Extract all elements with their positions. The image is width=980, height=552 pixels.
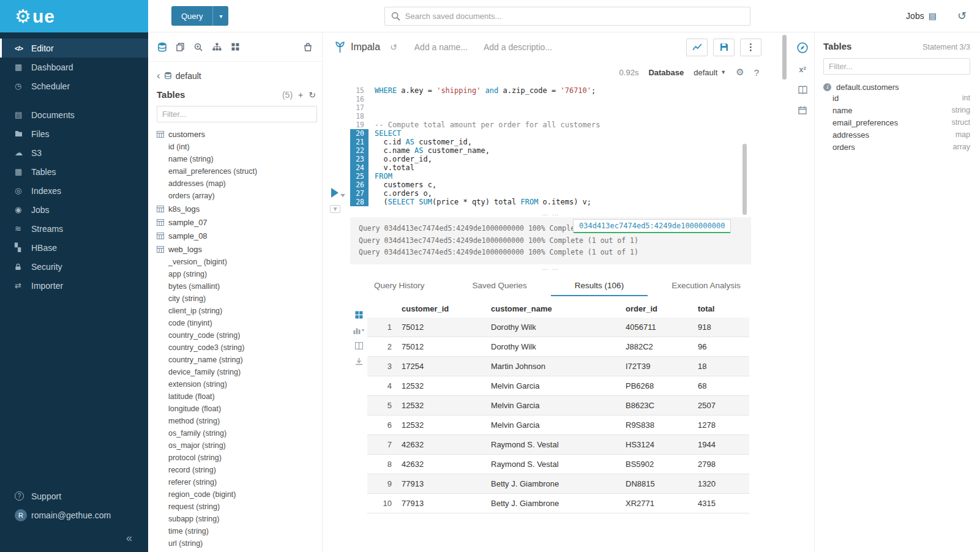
more-actions-button[interactable]: ⋮ xyxy=(740,39,761,56)
page-scrollbar[interactable] xyxy=(782,35,787,80)
apps-grid-icon[interactable] xyxy=(231,43,239,51)
column-item[interactable]: region_code (bigint) xyxy=(157,488,316,501)
jobs-link[interactable]: Jobs ▤ xyxy=(906,11,937,21)
right-panel-filter-input[interactable] xyxy=(823,58,970,75)
chart-button[interactable] xyxy=(686,39,708,56)
sidebar-item-jobs[interactable]: ◉Jobs xyxy=(0,200,148,219)
code-editor[interactable]: 15WHERE a.key = 'shipping' and a.zip_cod… xyxy=(323,83,791,210)
column-item[interactable]: device_family (string) xyxy=(157,366,316,378)
columns-view-icon[interactable] xyxy=(355,342,363,349)
sidebar-item-security[interactable]: Security xyxy=(0,257,148,276)
tab-results-106[interactable]: Results (106) xyxy=(551,277,648,296)
column-item[interactable]: email_preferences (struct) xyxy=(157,165,316,177)
column-item[interactable]: country_name (string) xyxy=(157,354,316,366)
column-item[interactable]: bytes (smallint) xyxy=(157,280,316,293)
database-select[interactable]: default ▼ xyxy=(694,68,726,77)
bag-icon[interactable] xyxy=(304,43,312,51)
sidebar-item-tables[interactable]: ▦Tables xyxy=(0,162,148,181)
tab-execution-analysis[interactable]: Execution Analysis xyxy=(648,277,765,296)
column-item[interactable]: url (string) xyxy=(157,537,316,550)
save-button[interactable] xyxy=(713,39,735,56)
right-panel-column-email-preferences[interactable]: email_preferencesstruct xyxy=(832,116,970,129)
functions-icon[interactable] xyxy=(799,65,806,74)
sidebar-item-s3[interactable]: ☁S3 xyxy=(0,143,148,162)
column-item[interactable]: code (tinyint) xyxy=(157,317,316,329)
zoom-in-icon[interactable] xyxy=(194,43,203,51)
snippet-history-icon[interactable]: ↺ xyxy=(390,42,397,52)
right-panel-column-addresses[interactable]: addressesmap xyxy=(832,129,970,141)
add-table-icon[interactable]: + xyxy=(298,90,303,100)
query-description-field[interactable]: Add a descriptio... xyxy=(484,42,552,52)
sidebar-item-hbase[interactable]: ▚HBase xyxy=(0,238,148,257)
tables-filter-input[interactable] xyxy=(157,106,317,122)
column-item[interactable]: city (string) xyxy=(157,293,316,305)
assist-compass-icon[interactable] xyxy=(797,42,808,53)
sidebar-item-support[interactable]: Support xyxy=(0,487,148,505)
chart-view-icon[interactable]: ▾ xyxy=(353,327,364,334)
resize-handle-bottom[interactable] xyxy=(350,264,751,272)
hue-logo[interactable]: ⚙ ue xyxy=(0,0,148,32)
schedule-calendar-icon[interactable] xyxy=(798,106,807,114)
language-reference-icon[interactable] xyxy=(798,86,807,94)
column-item[interactable]: latitude (float) xyxy=(157,390,316,403)
query-history-icon[interactable]: ↺ xyxy=(957,9,967,23)
column-header-customer-id[interactable]: customer_id xyxy=(397,301,486,318)
right-panel-column-id[interactable]: idint xyxy=(832,92,970,104)
query-button[interactable]: Query xyxy=(171,6,212,26)
documents-copy-icon[interactable] xyxy=(176,43,184,51)
query-id-tooltip[interactable]: 034d413ec7474ed5:4249de1000000000 xyxy=(573,219,731,233)
right-panel-column-name[interactable]: namestring xyxy=(832,104,970,116)
sidebar-item-scheduler[interactable]: ◷Scheduler xyxy=(0,76,148,95)
column-item[interactable]: client_ip (string) xyxy=(157,305,316,317)
sitemap-icon[interactable] xyxy=(212,43,222,51)
sidebar-item-dashboard[interactable]: ▦Dashboard xyxy=(0,58,148,76)
column-item[interactable]: os_major (string) xyxy=(157,439,316,452)
help-icon[interactable]: ? xyxy=(754,67,759,78)
search-input[interactable] xyxy=(405,12,744,21)
download-icon[interactable] xyxy=(355,357,363,365)
column-item[interactable]: user_agent (string) xyxy=(157,550,316,552)
column-item[interactable]: request (string) xyxy=(157,501,316,513)
snippet-settings-icon[interactable]: ▾ xyxy=(330,205,340,213)
table-item-web-logs[interactable]: web_logs xyxy=(157,242,316,256)
column-item[interactable]: id (int) xyxy=(157,141,316,153)
sidebar-item-user[interactable]: R romain@gethue.com xyxy=(0,505,148,524)
grid-view-icon[interactable] xyxy=(355,311,363,319)
right-panel-column-orders[interactable]: ordersarray xyxy=(832,141,970,153)
column-item[interactable]: name (string) xyxy=(157,153,316,165)
tab-saved-queries[interactable]: Saved Queries xyxy=(449,277,551,296)
sidebar-item-importer[interactable]: ⇄Importer xyxy=(0,276,148,295)
database-breadcrumb[interactable]: ‹ default xyxy=(157,70,316,81)
sidebar-item-indexes[interactable]: ◎Indexes xyxy=(0,181,148,200)
sidebar-collapse-button[interactable]: « xyxy=(0,524,148,547)
table-item-sample-07[interactable]: sample_07 xyxy=(157,215,316,229)
sidebar-item-files[interactable]: Files xyxy=(0,124,148,143)
column-header-total[interactable]: total xyxy=(693,301,749,318)
column-item[interactable]: time (string) xyxy=(157,525,316,537)
active-table-row[interactable]: default.customers xyxy=(823,83,970,92)
editor-scrollbar[interactable] xyxy=(742,144,747,215)
sidebar-item-editor[interactable]: </>Editor xyxy=(0,39,148,58)
tab-query-history[interactable]: Query History xyxy=(350,277,449,296)
sidebar-item-streams[interactable]: ≋Streams xyxy=(0,219,148,238)
column-item[interactable]: _version_ (bigint) xyxy=(157,256,316,268)
execute-play-button[interactable] xyxy=(331,188,339,198)
databases-source-icon[interactable] xyxy=(158,42,166,52)
resize-handle-top[interactable] xyxy=(350,210,751,217)
query-dropdown-caret[interactable]: ▾ xyxy=(212,6,228,26)
sidebar-item-documents[interactable]: ▤Documents xyxy=(0,105,148,124)
query-name-field[interactable]: Add a name... xyxy=(414,42,468,52)
column-item[interactable]: os_family (string) xyxy=(157,427,316,439)
column-item[interactable]: method (string) xyxy=(157,415,316,427)
column-header-customer-name[interactable]: customer_name xyxy=(486,301,621,318)
column-item[interactable]: country_code (string) xyxy=(157,329,316,341)
column-item[interactable]: orders (array) xyxy=(157,190,316,202)
column-item[interactable]: addresses (map) xyxy=(157,177,316,190)
column-item[interactable]: longitude (float) xyxy=(157,403,316,415)
table-item-customers[interactable]: customers xyxy=(157,127,316,141)
column-item[interactable]: protocol (string) xyxy=(157,452,316,464)
execute-options-caret[interactable] xyxy=(340,194,345,197)
column-item[interactable]: extension (string) xyxy=(157,378,316,390)
back-chevron-icon[interactable]: ‹ xyxy=(157,70,160,81)
refresh-icon[interactable]: ↻ xyxy=(309,90,316,100)
